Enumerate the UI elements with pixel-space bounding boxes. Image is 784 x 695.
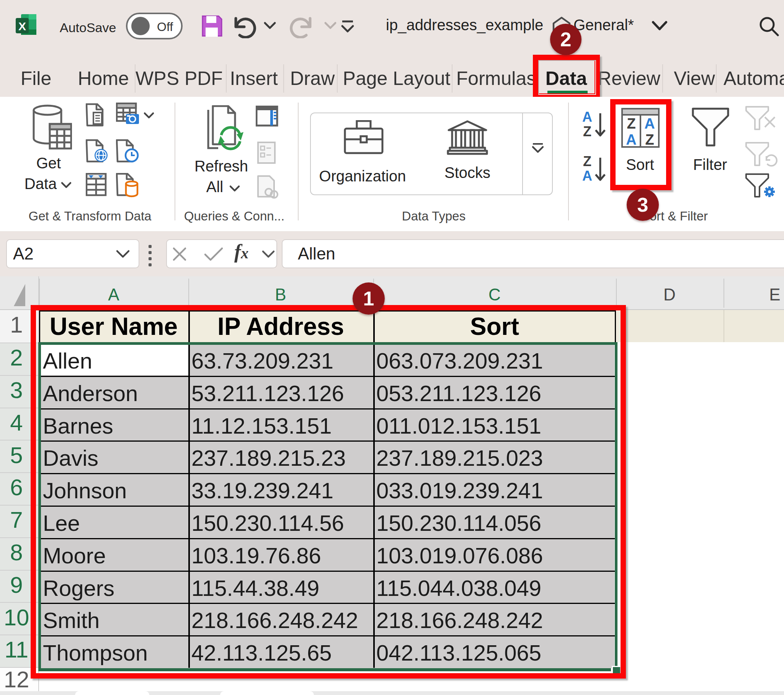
svg-text:A: A [582, 168, 592, 184]
svg-text:Z: Z [583, 155, 591, 169]
svg-text:X: X [18, 20, 26, 33]
svg-text:A: A [644, 115, 655, 132]
svg-text:Z: Z [583, 124, 591, 139]
svg-text:Z: Z [627, 115, 636, 132]
svg-text:A: A [626, 132, 636, 148]
svg-text:A: A [582, 110, 592, 125]
svg-text:Z: Z [645, 132, 654, 148]
